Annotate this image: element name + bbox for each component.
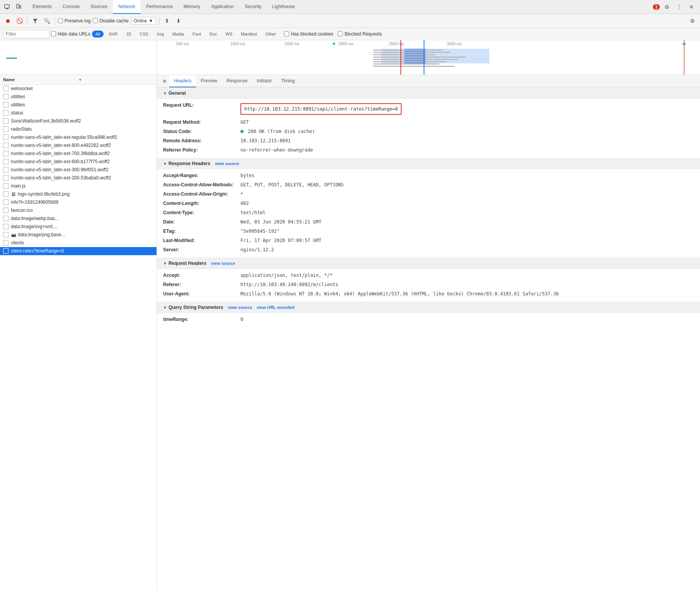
filter-doc-btn[interactable]: Doc bbox=[206, 31, 221, 38]
file-item[interactable]: 🖼logo-symbol.9bcfeb3.png bbox=[0, 190, 157, 198]
request-header-key: Referer: bbox=[163, 281, 240, 288]
has-blocked-checkbox[interactable]: Has blocked cookies bbox=[284, 31, 333, 37]
filter-all-btn[interactable]: All bbox=[92, 31, 104, 38]
file-item-checkbox bbox=[3, 151, 9, 156]
sort-icon[interactable]: ▼ bbox=[78, 78, 154, 82]
blocked-requests-checkbox[interactable]: Blocked Requests bbox=[338, 31, 382, 37]
file-item-name: logo-symbol.9bcfeb3.png bbox=[18, 191, 70, 197]
request-header-row: Referer:http://10.103.49.240:8092/m/clie… bbox=[163, 280, 694, 289]
response-headers-section-content: Accept-Ranges:bytesAccess-Control-Allow-… bbox=[157, 169, 700, 257]
gray-bar-2 bbox=[373, 52, 451, 53]
hide-data-urls-checkbox[interactable]: Hide data URLs bbox=[51, 31, 90, 37]
file-item[interactable]: clients bbox=[0, 239, 157, 247]
file-item[interactable]: SonicWallIconFont.3b56538.woff2 bbox=[0, 117, 157, 125]
more-icon[interactable]: ⋮ bbox=[674, 2, 685, 12]
throttle-select[interactable]: Online ▼ bbox=[131, 17, 156, 25]
file-item-checkbox bbox=[3, 200, 9, 205]
request-header-row: Accept:application/json, text/plain, */* bbox=[163, 271, 694, 280]
inspect-icon[interactable] bbox=[2, 2, 12, 12]
file-item[interactable]: radioStats bbox=[0, 125, 157, 133]
clear-icon[interactable]: 🚫 bbox=[15, 16, 24, 26]
file-item-checkbox bbox=[3, 240, 9, 246]
request-headers-view-source[interactable]: view source bbox=[211, 261, 235, 266]
device-icon[interactable] bbox=[13, 2, 24, 12]
file-item-checkbox bbox=[3, 167, 9, 172]
general-section-header[interactable]: ▼ General bbox=[157, 87, 700, 99]
filter-ws-btn[interactable]: WS bbox=[222, 31, 236, 38]
file-item[interactable]: nunito-sans-v5-latin_latin-ext-700.3f8dd… bbox=[0, 150, 157, 158]
file-item[interactable]: nunito-sans-v5-latin_latin-ext-800.e4922… bbox=[0, 142, 157, 150]
tab-application[interactable]: Application bbox=[206, 0, 239, 14]
divider-1 bbox=[27, 17, 27, 25]
settings-gear-icon[interactable]: ⚙ bbox=[688, 16, 697, 26]
query-params-view-url-encoded[interactable]: view URL encoded bbox=[257, 305, 295, 310]
file-icon: 📷 bbox=[11, 232, 16, 237]
file-item[interactable]: nunito-sans-v5-latin_latin-ext-200.53bab… bbox=[0, 174, 157, 182]
response-headers-section-header[interactable]: ▼ Response Headers view source bbox=[157, 158, 700, 169]
file-item[interactable]: info?t=1591249605688 bbox=[0, 198, 157, 206]
filter-manifest-btn[interactable]: Manifest bbox=[237, 31, 261, 38]
file-item[interactable]: nunito-sans-v5-latin_latin-ext-600.b177f… bbox=[0, 158, 157, 166]
file-item[interactable]: data:image/svg+xml;... bbox=[0, 223, 157, 231]
gray-bar-6 bbox=[373, 61, 447, 62]
file-item[interactable]: nunito-sans-v5-latin_latin-ext-regular.5… bbox=[0, 133, 157, 142]
file-item[interactable]: utilities bbox=[0, 93, 157, 101]
filter-css-btn[interactable]: CSS bbox=[136, 31, 152, 38]
detail-tab-initiator[interactable]: Initiator bbox=[252, 75, 276, 87]
filter-input[interactable] bbox=[3, 30, 49, 38]
tab-performance[interactable]: Performance bbox=[141, 0, 178, 14]
tab-sources[interactable]: Sources bbox=[85, 0, 113, 14]
query-params-view-source[interactable]: view source bbox=[228, 305, 252, 310]
detail-tab-preview[interactable]: Preview bbox=[196, 75, 222, 87]
tab-network[interactable]: Network bbox=[113, 0, 141, 14]
tab-elements[interactable]: Elements bbox=[27, 0, 57, 14]
tab-security[interactable]: Security bbox=[239, 0, 267, 14]
file-item[interactable]: favicon.ico bbox=[0, 206, 157, 215]
general-section-content: Request URL: http://10.103.12.215:8891/s… bbox=[157, 99, 700, 158]
filter-font-btn[interactable]: Font bbox=[189, 31, 204, 38]
timeline-left bbox=[0, 40, 157, 75]
upload-icon[interactable]: ⬆ bbox=[162, 16, 172, 26]
query-params-section-header[interactable]: ▼ Query String Parameters view source vi… bbox=[157, 302, 700, 313]
response-header-row: ETag:"5e995645-192" bbox=[163, 227, 694, 236]
disable-cache-checkbox[interactable]: Disable cache bbox=[93, 18, 128, 24]
file-item[interactable]: nunito-sans-v5-latin_latin-ext-300.9fef0… bbox=[0, 166, 157, 174]
search-icon[interactable]: 🔍 bbox=[42, 16, 51, 26]
request-headers-triangle: ▼ bbox=[163, 261, 167, 266]
file-item[interactable]: data:image/webp;bas... bbox=[0, 215, 157, 223]
response-headers-view-source[interactable]: view source bbox=[215, 161, 239, 166]
preserve-log-checkbox[interactable]: Preserve log bbox=[58, 18, 90, 24]
filter-js-btn[interactable]: JS bbox=[123, 31, 135, 38]
detail-close-btn[interactable]: ✕ bbox=[160, 77, 169, 86]
record-icon[interactable]: ⏺ bbox=[3, 16, 12, 26]
request-headers-section-header[interactable]: ▼ Request Headers view source bbox=[157, 257, 700, 269]
close-icon[interactable]: ✕ bbox=[686, 2, 697, 12]
settings-icon[interactable]: ⚙ bbox=[661, 2, 672, 12]
file-item[interactable]: status bbox=[0, 109, 157, 117]
filter-img-btn[interactable]: Img bbox=[153, 31, 167, 38]
tab-console[interactable]: Console bbox=[57, 0, 85, 14]
query-param-val: 0 bbox=[240, 316, 243, 323]
tab-memory[interactable]: Memory bbox=[178, 0, 206, 14]
timeline-area: 500 ms 1000 ms 1500 ms 2000 ms 2500 ms 3… bbox=[0, 40, 700, 75]
filter-other-btn[interactable]: Other bbox=[262, 31, 280, 38]
filter-icon[interactable] bbox=[31, 16, 40, 26]
file-item-checkbox bbox=[3, 135, 9, 140]
file-item[interactable]: client-rates?timeRange=0 bbox=[0, 247, 157, 255]
file-item[interactable]: main.js bbox=[0, 182, 157, 190]
detail-tab-response[interactable]: Response bbox=[222, 75, 252, 87]
file-item-checkbox bbox=[3, 118, 9, 124]
filter-xhr-btn[interactable]: XHR bbox=[105, 31, 121, 38]
file-item[interactable]: websocket bbox=[0, 85, 157, 93]
tab-lighthouse[interactable]: Lighthouse bbox=[267, 0, 300, 14]
file-item[interactable]: 📷data:image/png;base... bbox=[0, 231, 157, 239]
green-arrow bbox=[682, 43, 686, 46]
detail-tab-timing[interactable]: Timing bbox=[276, 75, 300, 87]
file-item-name: data:image/svg+xml;... bbox=[11, 224, 57, 229]
download-icon[interactable]: ⬇ bbox=[174, 16, 183, 26]
file-item[interactable]: utilities bbox=[0, 101, 157, 109]
response-header-row: Server:nginx/1.12.2 bbox=[163, 245, 694, 254]
detail-tab-headers[interactable]: Headers bbox=[169, 75, 196, 87]
request-url-row: Request URL: http://10.103.12.215:8891/s… bbox=[163, 101, 694, 118]
filter-media-btn[interactable]: Media bbox=[169, 31, 187, 38]
